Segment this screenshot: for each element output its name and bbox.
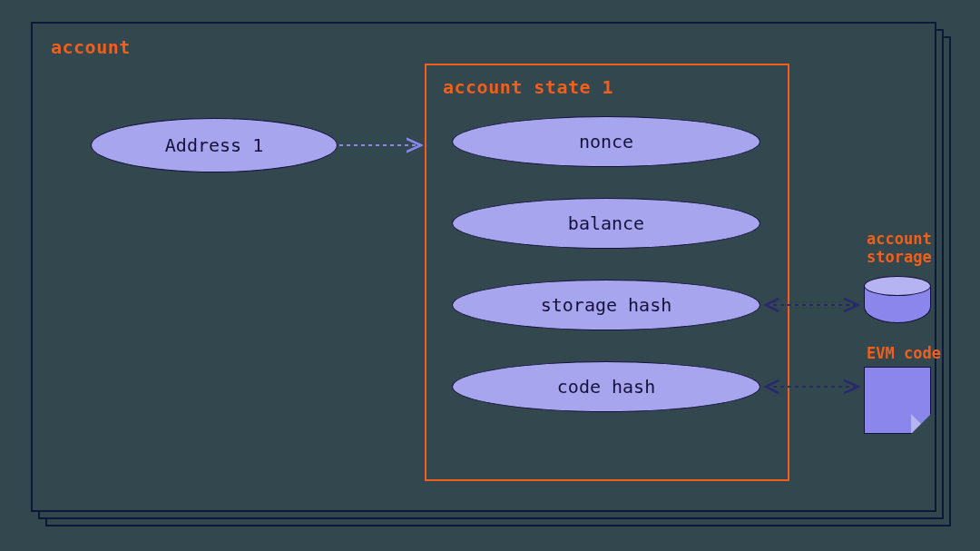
arrow-address-to-state	[338, 136, 428, 154]
field-code-hash: code hash	[452, 361, 760, 412]
field-storage-hash: storage hash	[452, 280, 760, 330]
field-nonce-label: nonce	[579, 131, 633, 153]
address-node: Address 1	[91, 118, 338, 172]
account-storage-label: account storage	[867, 231, 957, 266]
field-code-hash-label: code hash	[557, 376, 655, 398]
database-icon	[864, 276, 931, 327]
account-state-title: account state 1	[443, 76, 613, 98]
arrow-code-hash	[760, 378, 866, 396]
field-nonce: nonce	[452, 116, 760, 167]
evm-code-label: EVM code	[867, 345, 957, 363]
field-balance: balance	[452, 198, 760, 249]
field-balance-label: balance	[568, 212, 644, 234]
diagram-stage: account Address 1 account state 1 nonce …	[0, 0, 980, 551]
document-icon	[864, 367, 931, 434]
field-storage-hash-label: storage hash	[541, 294, 672, 316]
account-card-title: account	[51, 36, 131, 58]
address-label: Address 1	[165, 134, 263, 156]
arrow-storage-hash	[760, 296, 866, 314]
